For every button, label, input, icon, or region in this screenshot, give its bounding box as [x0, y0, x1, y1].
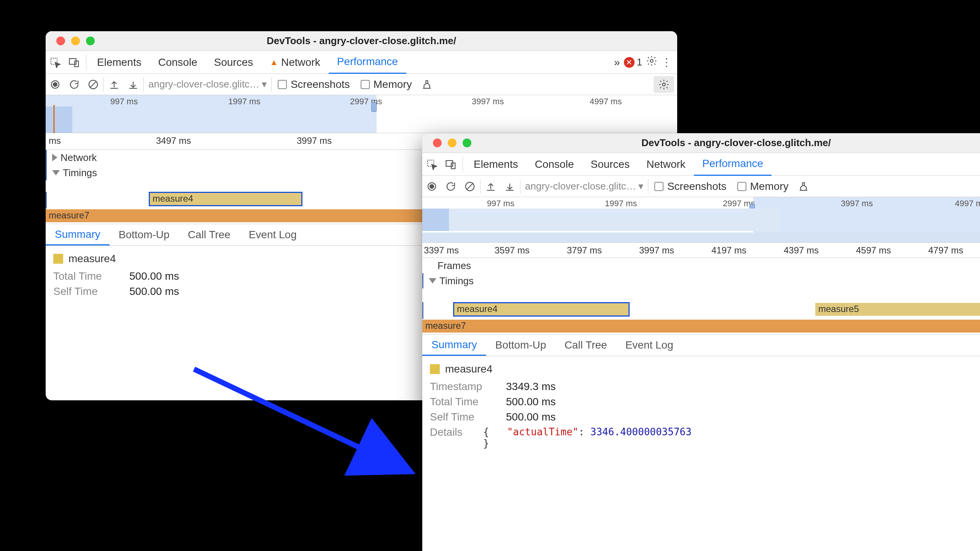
details-json: { "actualTime": 3346.400000035763 } [483, 426, 692, 449]
svg-point-7 [662, 83, 665, 86]
record-button[interactable] [422, 176, 441, 197]
timing-measure4[interactable]: measure4 [454, 303, 629, 316]
clear-button[interactable] [460, 176, 479, 197]
titlebar: DevTools - angry-clover-close.glitch.me/ [422, 133, 980, 153]
flame-tracks: Frames Timings measure4 measure5 measure… [422, 258, 980, 334]
inspect-icon[interactable] [46, 51, 65, 74]
main-toolbar: Elements Console Sources Network Perform… [46, 51, 677, 74]
reload-button[interactable] [65, 74, 84, 95]
screenshots-checkbox[interactable]: Screenshots [272, 78, 355, 91]
tab-call-tree[interactable]: Call Tree [555, 334, 616, 356]
window-controls [46, 37, 110, 45]
tab-call-tree[interactable]: Call Tree [179, 224, 240, 245]
inspect-icon[interactable] [422, 153, 441, 176]
tab-event-log[interactable]: Event Log [240, 224, 306, 245]
tab-bottom-up[interactable]: Bottom-Up [486, 334, 555, 356]
upload-button[interactable] [105, 74, 124, 95]
tab-summary[interactable]: Summary [422, 334, 486, 356]
zoom-icon[interactable] [86, 37, 95, 45]
performance-toolbar: angry-clover-close.glitc…▾ Screenshots M… [46, 74, 677, 95]
tab-console[interactable]: Console [527, 153, 582, 176]
tab-elements[interactable]: Elements [465, 153, 527, 176]
more-tabs-icon[interactable]: » [614, 56, 620, 68]
overview-tick: 3997 ms [472, 97, 504, 107]
zoom-icon[interactable] [463, 139, 471, 147]
gc-button[interactable] [794, 176, 813, 197]
tab-console[interactable]: Console [150, 51, 206, 74]
devtools-window-after: DevTools - angry-clover-close.glitch.me/… [422, 133, 980, 551]
ruler-label: ms [49, 135, 61, 146]
value-total-time: 500.00 ms [506, 396, 556, 408]
track-timings[interactable]: Timings [422, 273, 980, 288]
tab-elements[interactable]: Elements [89, 51, 150, 74]
overview-tick: 1997 ms [228, 97, 260, 107]
download-button[interactable] [124, 74, 143, 95]
close-icon[interactable] [433, 139, 442, 147]
screenshots-checkbox[interactable]: Screenshots [649, 180, 732, 193]
label-self-time: Self Time [53, 285, 118, 298]
clear-button[interactable] [84, 74, 103, 95]
value-timestamp: 3349.3 ms [506, 381, 556, 393]
flame-ruler[interactable]: 3397 ms 3597 ms 3797 ms 3997 ms 4197 ms … [422, 243, 980, 258]
value-total-time: 500.00 ms [129, 270, 179, 282]
memory-checkbox[interactable]: Memory [732, 180, 794, 193]
svg-point-13 [430, 185, 434, 188]
svg-point-3 [650, 59, 653, 62]
gc-button[interactable] [417, 74, 436, 95]
timing-measure7[interactable]: measure7 [422, 320, 980, 333]
label-self-time: Self Time [430, 411, 495, 423]
performance-toolbar: angry-clover-close.glitc…▾ Screenshots M… [422, 176, 980, 197]
profile-select[interactable]: angry-clover-close.glitc…▾ [145, 78, 270, 90]
reload-button[interactable] [441, 176, 460, 197]
label-total-time: Total Time [53, 270, 118, 282]
minimize-icon[interactable] [71, 37, 80, 45]
label-details: Details [430, 426, 472, 449]
close-icon[interactable] [56, 37, 65, 45]
timeline-overview[interactable]: 997 ms 1997 ms 2997 ms 3997 ms 4997 ms [46, 95, 677, 133]
tab-sources[interactable]: Sources [205, 51, 261, 74]
tab-performance[interactable]: Performance [694, 153, 772, 176]
overview-tick: 2997 ms [350, 97, 382, 107]
color-swatch-icon [430, 364, 440, 374]
label-timestamp: Timestamp [430, 381, 495, 393]
tab-network[interactable]: Network [261, 51, 328, 74]
tab-bottom-up[interactable]: Bottom-Up [110, 224, 179, 245]
panel-tabs: Elements Console Sources Network Perform… [89, 51, 406, 74]
memory-checkbox[interactable]: Memory [355, 78, 417, 91]
overview-tick: 997 ms [487, 199, 514, 209]
capture-settings-icon[interactable] [654, 76, 674, 93]
overview-tick: 4997 ms [590, 97, 622, 107]
ruler-tick: 3797 ms [567, 245, 602, 256]
overview-tick: 997 ms [110, 97, 138, 107]
timing-measure5[interactable]: measure5 [815, 303, 980, 316]
tab-event-log[interactable]: Event Log [616, 334, 682, 356]
download-button[interactable] [500, 176, 519, 197]
overview-handle-icon[interactable] [371, 102, 377, 112]
ruler-tick: 3997 ms [639, 245, 674, 256]
detail-tabs: Summary Bottom-Up Call Tree Event Log [422, 334, 980, 356]
timeline-overview[interactable]: 997 ms 1997 ms 2997 ms 3997 ms 4997 ms C… [422, 197, 980, 243]
settings-icon[interactable] [646, 55, 657, 69]
window-title: DevTools - angry-clover-close.glitch.me/ [110, 35, 677, 47]
kebab-menu-icon[interactable]: ⋮ [661, 56, 671, 68]
track-frames[interactable]: Frames [422, 258, 980, 273]
profile-select[interactable]: angry-clover-close.glitc…▾ [521, 180, 647, 192]
window-controls [422, 139, 487, 147]
error-badge-icon: ✕ [624, 57, 635, 68]
minimize-icon[interactable] [448, 139, 457, 147]
tab-summary[interactable]: Summary [46, 224, 110, 245]
device-toggle-icon[interactable] [441, 153, 460, 176]
tab-network[interactable]: Network [638, 153, 694, 176]
error-count-value: 1 [637, 56, 642, 68]
color-swatch-icon [53, 254, 63, 264]
ruler-tick: 4397 ms [784, 245, 819, 256]
error-count[interactable]: ✕ 1 [624, 56, 642, 68]
upload-button[interactable] [481, 176, 500, 197]
timing-measure4[interactable]: measure4 [150, 193, 302, 205]
tab-sources[interactable]: Sources [582, 153, 638, 176]
record-button[interactable] [46, 74, 65, 95]
summary-details: measure4 Timestamp3349.3 ms Total Time50… [422, 356, 980, 457]
label-total-time: Total Time [430, 396, 495, 408]
device-toggle-icon[interactable] [65, 51, 84, 74]
tab-performance[interactable]: Performance [329, 51, 406, 74]
